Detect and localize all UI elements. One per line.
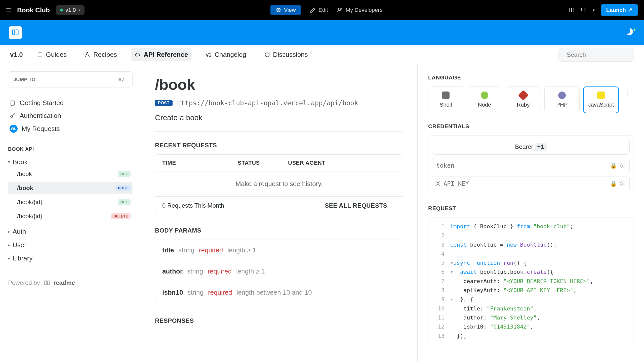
lang-ruby[interactable]: Ruby	[506, 86, 541, 113]
version-label: v1.0	[65, 7, 76, 13]
lang-label: Ruby	[517, 102, 530, 108]
see-all-label: SEE ALL REQUESTS	[325, 202, 387, 209]
view-label: View	[284, 7, 296, 13]
info-icon[interactable]: ⓘ	[620, 180, 625, 188]
nav-discussions[interactable]: Discussions	[260, 48, 311, 61]
nav-recipes-label: Recipes	[93, 51, 117, 59]
th-status: STATUS	[238, 160, 288, 166]
edit-label: Edit	[318, 7, 328, 13]
lang-shell[interactable]: Shell	[428, 86, 463, 113]
param-name: isbn10	[162, 289, 183, 296]
more-vertical-icon: ⋮	[625, 88, 631, 96]
lang-label: Shell	[440, 102, 452, 108]
sidebar-authentication[interactable]: Authentication	[8, 109, 133, 122]
param-required: required	[199, 246, 223, 254]
param-required: required	[208, 289, 232, 296]
search-box[interactable]: ⌘K	[558, 48, 634, 62]
powered-label: Powered by	[8, 279, 40, 286]
sidebar-my-requests[interactable]: WL My Requests	[8, 122, 133, 135]
search-input[interactable]	[567, 51, 642, 58]
param-type: string	[178, 246, 194, 254]
launch-button[interactable]: Launch ↗	[601, 4, 638, 16]
chevron-down-icon: ▾	[78, 8, 80, 13]
endpoint-book-post[interactable]: /book POST	[8, 182, 133, 194]
external-link-icon: ↗	[628, 7, 632, 13]
php-icon	[558, 92, 566, 99]
nav-api-reference[interactable]: API Reference	[131, 48, 191, 61]
tree-auth-label: Auth	[13, 228, 26, 236]
nav-recipes[interactable]: Recipes	[81, 48, 120, 61]
bearer-selector[interactable]: Bearer+1	[432, 139, 630, 155]
lock-icon[interactable]: 🔒	[610, 162, 617, 169]
recent-requests-heading: RECENT REQUESTS	[155, 142, 403, 149]
view-tab[interactable]: View	[270, 5, 301, 15]
tree-user[interactable]: ▸ User	[8, 241, 133, 249]
tree-library-label: Library	[13, 254, 32, 262]
lang-more[interactable]: ⋮	[622, 86, 633, 98]
edit-tab[interactable]: Edit	[310, 7, 328, 13]
see-all-requests-link[interactable]: SEE ALL REQUESTS →	[325, 202, 396, 209]
sidebar-getting-started[interactable]: Getting Started	[8, 97, 133, 109]
nav-guides-label: Guides	[46, 51, 67, 59]
tree-library[interactable]: ▸ Library	[8, 254, 133, 262]
method-badge: DELETE	[111, 213, 131, 219]
param-hint: length between 10 and 10	[236, 289, 312, 296]
node-icon	[481, 92, 488, 99]
version-selector[interactable]: v1.0 ▾	[56, 5, 85, 15]
tree-book[interactable]: ▾ Book	[8, 158, 133, 166]
brand-logo[interactable]	[9, 26, 22, 39]
readme-label: readme	[54, 279, 75, 286]
theme-toggle[interactable]: +	[626, 28, 635, 37]
jump-to[interactable]: JUMP TO ⌘/	[8, 71, 133, 87]
chevron-down-icon[interactable]: ▾	[593, 8, 595, 13]
endpoint-path: /book	[17, 170, 32, 177]
lang-javascript[interactable]: JavaScript	[583, 86, 619, 113]
bearer-plus-badge: +1	[535, 143, 546, 151]
param-name: author	[162, 267, 183, 275]
endpoint-book-id-get[interactable]: /book/{id} GET	[8, 196, 133, 208]
caret-right-icon: ▸	[8, 243, 10, 247]
code-sample: 1import { BookClub } from "book-club"; 2…	[428, 217, 633, 345]
param-title[interactable]: title string required length ≥ 1	[155, 240, 403, 261]
launch-label: Launch	[606, 7, 626, 13]
sidebar-my-requests-label: My Requests	[22, 125, 60, 133]
powered-by[interactable]: Powered by readme	[8, 279, 133, 286]
param-hint: length ≥ 1	[236, 267, 265, 275]
flask-icon	[84, 52, 90, 58]
endpoint-path: /book	[17, 185, 33, 192]
code-block[interactable]: 1import { BookClub } from "book-club"; 2…	[428, 217, 633, 345]
jump-kbd: ⌘/	[116, 76, 127, 83]
developers-label: My Developers	[346, 7, 383, 13]
caret-right-icon: ▸	[8, 229, 10, 234]
lang-node[interactable]: Node	[467, 86, 502, 113]
nav-changelog[interactable]: Changelog	[202, 48, 250, 61]
responses-heading: RESPONSES	[155, 317, 403, 324]
menu-icon[interactable]	[6, 8, 11, 12]
token-input[interactable]	[436, 162, 607, 169]
book-open-icon	[12, 29, 19, 36]
lock-icon[interactable]: 🔒	[610, 180, 617, 187]
requests-count: 0 Requests This Month	[162, 202, 224, 209]
project-name: Book Club	[17, 6, 50, 14]
sidebar-getting-started-label: Getting Started	[20, 99, 64, 107]
apikey-input[interactable]	[436, 180, 607, 187]
columns-icon[interactable]	[569, 7, 575, 13]
nav-version[interactable]: v1.0	[10, 51, 23, 59]
endpoint-book-get[interactable]: /book GET	[8, 168, 133, 180]
developers-tab[interactable]: My Developers	[337, 7, 383, 13]
nav-api-ref-label: API Reference	[144, 51, 188, 59]
param-isbn10[interactable]: isbn10 string required length between 10…	[155, 282, 403, 303]
eye-icon	[275, 7, 281, 13]
book-icon	[37, 52, 43, 58]
device-icon[interactable]	[581, 7, 587, 13]
lang-php[interactable]: PHP	[544, 86, 580, 113]
endpoint-book-id-delete[interactable]: /book/{id} DELETE	[8, 210, 133, 222]
method-badge: GET	[118, 199, 131, 205]
lang-label: PHP	[556, 102, 568, 108]
param-hint: length ≥ 1	[227, 246, 256, 254]
param-author[interactable]: author string required length ≥ 1	[155, 261, 403, 282]
param-type: string	[187, 289, 204, 296]
nav-guides[interactable]: Guides	[33, 48, 70, 61]
tree-auth[interactable]: ▸ Auth	[8, 228, 133, 236]
info-icon[interactable]: ⓘ	[620, 162, 625, 169]
